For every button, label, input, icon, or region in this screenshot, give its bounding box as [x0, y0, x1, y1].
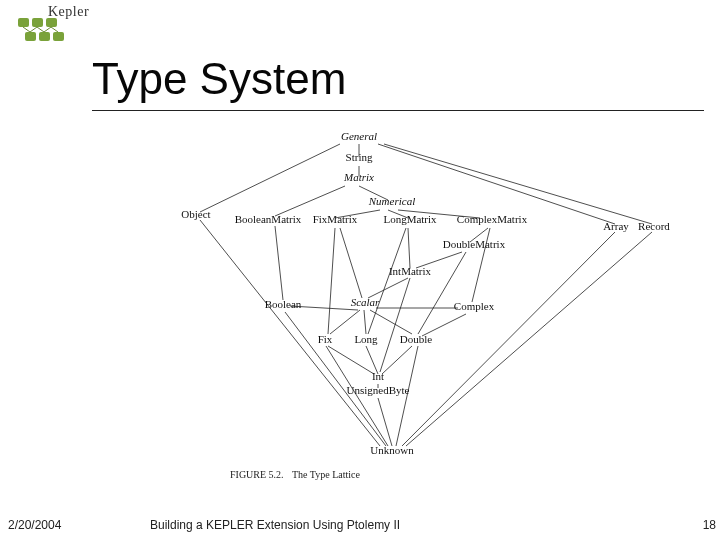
slide-title: Type System: [92, 54, 346, 104]
svg-line-43: [396, 346, 418, 446]
svg-line-17: [408, 228, 410, 268]
svg-line-19: [275, 226, 283, 300]
svg-line-24: [380, 278, 410, 372]
node-scalar: Scalar: [351, 296, 380, 308]
figure-caption: FIGURE 5.2. The Type Lattice: [230, 469, 360, 480]
node-fix: Fix: [318, 333, 333, 345]
svg-rect-4: [39, 32, 50, 41]
svg-line-40: [402, 232, 615, 446]
title-rule: [92, 110, 704, 111]
node-unknown: Unknown: [370, 444, 414, 456]
lattice-nodes: General String Matrix Numerical Object B…: [181, 130, 670, 456]
svg-line-30: [370, 310, 412, 334]
svg-rect-3: [25, 32, 36, 41]
node-object: Object: [181, 208, 210, 220]
svg-line-8: [378, 144, 615, 224]
node-record: Record: [638, 220, 670, 232]
footer-date: 2/20/2004: [8, 518, 61, 532]
svg-line-22: [368, 228, 406, 334]
node-general: General: [341, 130, 377, 142]
kepler-logo-text: Kepler: [48, 4, 89, 20]
svg-line-12: [275, 186, 345, 216]
node-double: Double: [400, 333, 433, 345]
svg-line-35: [382, 346, 412, 374]
node-intmatrix: IntMatrix: [389, 265, 432, 277]
figure-caption-prefix: FIGURE 5.2.: [230, 469, 284, 480]
node-complexmatrix: ComplexMatrix: [457, 213, 528, 225]
lattice-edges: [200, 144, 652, 446]
svg-line-42: [326, 346, 388, 446]
svg-rect-1: [32, 18, 43, 27]
svg-line-23: [368, 278, 408, 298]
kepler-logo: Kepler: [18, 4, 98, 46]
svg-line-20: [328, 228, 335, 334]
svg-rect-5: [53, 32, 64, 41]
svg-line-9: [384, 144, 652, 224]
node-array: Array: [603, 220, 629, 232]
svg-line-29: [364, 310, 366, 334]
svg-line-28: [330, 310, 360, 334]
footer-center: Building a KEPLER Extension Using Ptolem…: [150, 518, 400, 532]
node-complex: Complex: [454, 300, 495, 312]
node-long: Long: [354, 333, 378, 345]
node-numerical: Numerical: [368, 195, 415, 207]
node-longmatrix: LongMatrix: [383, 213, 437, 225]
node-boolean: Boolean: [265, 298, 302, 310]
footer-page: 18: [703, 518, 716, 532]
node-string: String: [346, 151, 373, 163]
node-booleanmatrix: BooleanMatrix: [235, 213, 302, 225]
figure-caption-text: The Type Lattice: [292, 469, 361, 480]
node-doublematrix: DoubleMatrix: [443, 238, 506, 250]
svg-line-21: [340, 228, 362, 298]
node-int: Int: [372, 370, 384, 382]
node-fixmatrix: FixMatrix: [313, 213, 358, 225]
svg-line-37: [200, 220, 380, 446]
node-unsignedbyte: UnsignedByte: [347, 384, 410, 396]
svg-line-41: [406, 232, 652, 446]
type-lattice-diagram: General String Matrix Numerical Object B…: [140, 128, 670, 488]
svg-line-7: [200, 144, 340, 212]
node-matrix: Matrix: [343, 171, 374, 183]
svg-rect-0: [18, 18, 29, 27]
